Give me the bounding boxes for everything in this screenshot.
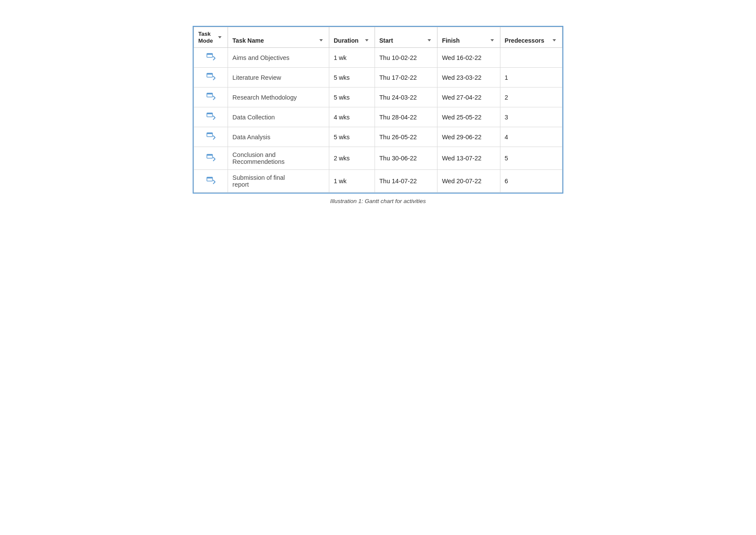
svg-rect-3 [207,73,212,75]
table-body: Aims and Objectives1 wkThu 10-02-22Wed 1… [194,48,562,193]
task-mode-cell [194,68,228,88]
table-row: Conclusion and Recommendetions2 wksThu 3… [194,147,562,170]
predecessors-cell: 1 [500,68,562,88]
col-arrow-duration[interactable] [365,38,370,43]
finish-cell: Wed 29-06-22 [437,127,500,147]
predecessors-cell: 6 [500,170,562,193]
col-header-predecessors[interactable]: Predecessors [500,27,562,48]
gantt-table-wrapper: Task Mode Task Name Duration [193,26,563,194]
task-name-cell: Research Methodology [228,88,329,107]
finish-cell: Wed 23-03-22 [437,68,500,88]
task-mode-icon [206,153,216,163]
start-cell: Thu 17-02-22 [375,68,437,88]
finish-cell: Wed 25-05-22 [437,107,500,127]
duration-cell: 2 wks [329,147,375,170]
svg-rect-1 [207,53,212,55]
gantt-table: Task Mode Task Name Duration [194,27,562,193]
col-label-start: Start [379,37,393,44]
predecessors-cell: 5 [500,147,562,170]
duration-cell: 5 wks [329,88,375,107]
predecessors-cell: 4 [500,127,562,147]
task-name-cell: Data Collection [228,107,329,127]
start-cell: Thu 10-02-22 [375,48,437,68]
col-arrow-task-name[interactable] [319,38,325,43]
task-mode-icon [206,92,216,101]
col-arrow-finish[interactable] [490,38,496,43]
table-caption: Illustration 1: Gantt chart for activiti… [330,198,426,204]
col-arrow-predecessors[interactable] [553,38,558,43]
finish-cell: Wed 20-07-22 [437,170,500,193]
svg-rect-9 [207,133,212,134]
col-arrow-start[interactable] [428,38,433,43]
col-label-task-name: Task Name [232,37,264,44]
table-row: Aims and Objectives1 wkThu 10-02-22Wed 1… [194,48,562,68]
table-row: Research Methodology5 wksThu 24-03-22Wed… [194,88,562,107]
task-mode-icon [206,131,216,141]
task-mode-cell [194,48,228,68]
start-cell: Thu 30-06-22 [375,147,437,170]
task-mode-cell [194,88,228,107]
duration-cell: 1 wk [329,170,375,193]
table-row: Data Analysis5 wksThu 26-05-22Wed 29-06-… [194,127,562,147]
task-name-cell: Data Analysis [228,127,329,147]
task-mode-cell [194,107,228,127]
start-cell: Thu 14-07-22 [375,170,437,193]
task-mode-icon [206,112,216,121]
svg-rect-11 [207,154,212,156]
col-arrow-task-mode[interactable] [218,35,223,40]
task-name-cell: Literature Review [228,68,329,88]
svg-rect-7 [207,113,212,114]
table-row: Literature Review5 wksThu 17-02-22Wed 23… [194,68,562,88]
finish-cell: Wed 27-04-22 [437,88,500,107]
start-cell: Thu 24-03-22 [375,88,437,107]
duration-cell: 5 wks [329,68,375,88]
duration-cell: 1 wk [329,48,375,68]
duration-cell: 5 wks [329,127,375,147]
svg-rect-13 [207,177,212,178]
task-mode-cell [194,170,228,193]
task-mode-icon [206,72,216,81]
task-name-cell: Conclusion and Recommendetions [228,147,329,170]
col-header-start[interactable]: Start [375,27,437,48]
task-name-cell: Aims and Objectives [228,48,329,68]
task-mode-cell [194,127,228,147]
col-label-duration: Duration [334,37,359,44]
duration-cell: 4 wks [329,107,375,127]
col-label-predecessors: Predecessors [505,37,544,44]
start-cell: Thu 26-05-22 [375,127,437,147]
start-cell: Thu 28-04-22 [375,107,437,127]
col-label-task-mode: Task Mode [198,31,213,44]
col-header-duration[interactable]: Duration [329,27,375,48]
finish-cell: Wed 13-07-22 [437,147,500,170]
task-mode-icon [206,176,216,185]
finish-cell: Wed 16-02-22 [437,48,500,68]
task-name-cell: Submission of final report [228,170,329,193]
predecessors-cell: 2 [500,88,562,107]
table-row: Submission of final report1 wkThu 14-07-… [194,170,562,193]
table-header-row: Task Mode Task Name Duration [194,27,562,48]
predecessors-cell [500,48,562,68]
table-row: Data Collection4 wksThu 28-04-22Wed 25-0… [194,107,562,127]
task-mode-cell [194,147,228,170]
task-mode-icon [206,52,216,62]
col-header-finish[interactable]: Finish [437,27,500,48]
predecessors-cell: 3 [500,107,562,127]
svg-rect-5 [207,93,212,94]
col-label-finish: Finish [442,37,459,44]
col-header-task-name[interactable]: Task Name [228,27,329,48]
col-header-task-mode[interactable]: Task Mode [194,27,228,48]
